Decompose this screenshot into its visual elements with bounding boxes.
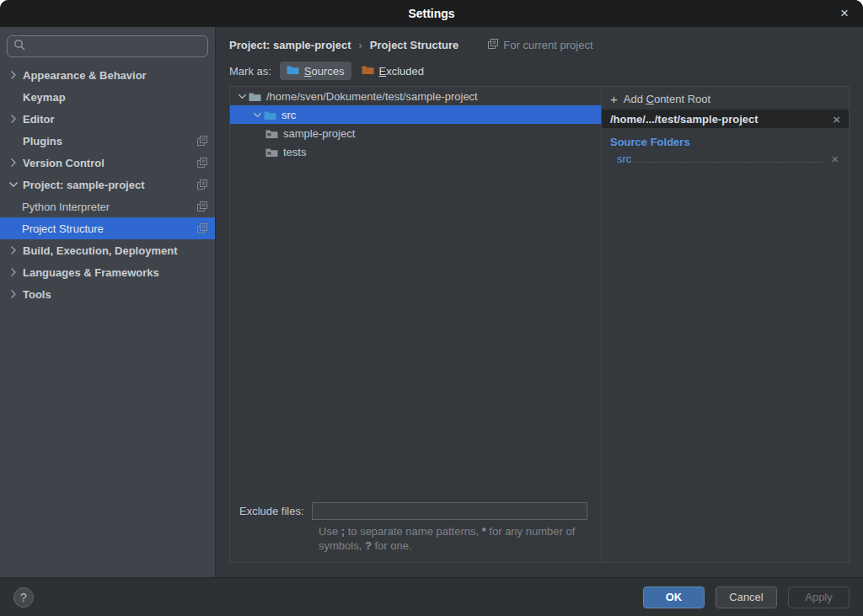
settings-dialog: Settings × Appearance & Behavior Keymap xyxy=(0,0,863,616)
scope-indicator: For current project xyxy=(488,39,592,51)
window-title: Settings xyxy=(408,7,454,20)
chevron-right-icon[interactable] xyxy=(8,70,23,80)
close-icon[interactable]: × xyxy=(833,0,856,27)
per-project-settings-icon xyxy=(197,158,207,168)
mark-excluded-button[interactable]: Excluded xyxy=(355,62,431,80)
dotted-leader xyxy=(633,162,826,163)
tree-row-content-root[interactable]: /home/sven/Dokumente/test/sample-project xyxy=(230,87,601,105)
chevron-right-icon[interactable] xyxy=(8,158,23,168)
exclude-files-hint: Use ; to separate name patterns, * for a… xyxy=(319,525,609,554)
per-project-settings-icon xyxy=(197,179,207,190)
mark-as-label: Mark as: xyxy=(229,65,271,78)
mark-sources-button[interactable]: Sources xyxy=(280,62,351,80)
directory-tree: /home/sven/Dokumente/test/sample-project… xyxy=(230,87,601,562)
chevron-right-icon[interactable] xyxy=(8,114,23,124)
chevron-right-icon[interactable] xyxy=(8,245,23,255)
exclude-files-label: Exclude files: xyxy=(239,505,304,517)
titlebar[interactable]: Settings × xyxy=(0,0,863,27)
sidebar-item-plugins[interactable]: Plugins xyxy=(0,130,215,152)
content-root-entry[interactable]: /home/.../test/sample-project × xyxy=(602,110,849,128)
settings-content: Project: sample-project › Project Struct… xyxy=(216,27,863,577)
sidebar-item-python-interpreter[interactable]: Python Interpreter xyxy=(0,196,215,217)
source-folders-heading: Source Folders xyxy=(610,136,849,148)
sidebar-item-project-structure[interactable]: Project Structure xyxy=(0,217,215,239)
sidebar-item-keymap[interactable]: Keymap xyxy=(0,86,215,108)
sidebar-item-languages-frameworks[interactable]: Languages & Frameworks xyxy=(0,261,215,283)
search-field[interactable] xyxy=(7,35,208,57)
structure-panels: /home/sven/Dokumente/test/sample-project… xyxy=(229,86,850,563)
per-project-settings-icon xyxy=(197,136,207,146)
settings-sidebar: Appearance & Behavior Keymap Editor Plug… xyxy=(0,27,216,577)
source-folder-icon xyxy=(287,64,299,78)
per-project-settings-icon xyxy=(197,201,207,212)
sidebar-item-appearance-behavior[interactable]: Appearance & Behavior xyxy=(0,64,215,86)
folder-icon xyxy=(265,128,278,139)
per-project-settings-icon xyxy=(197,223,207,233)
breadcrumb-separator: › xyxy=(359,39,362,51)
excluded-folder-icon xyxy=(362,64,374,78)
remove-content-root-icon[interactable]: × xyxy=(833,113,840,126)
breadcrumb-project: Project: sample-project xyxy=(229,39,351,51)
chevron-down-icon[interactable] xyxy=(235,92,249,101)
breadcrumb: Project: sample-project › Project Struct… xyxy=(216,27,863,55)
page-title: Project Structure xyxy=(370,39,458,51)
exclude-files-section: Exclude files: Use ; to separate name pa… xyxy=(230,502,601,562)
help-button[interactable]: ? xyxy=(13,587,34,608)
content-root-folder-icon xyxy=(249,91,261,102)
chevron-right-icon[interactable] xyxy=(8,267,23,277)
add-content-root-button[interactable]: + Add Content Root xyxy=(602,88,849,110)
mark-as-toolbar: Mark as: Sources Excluded xyxy=(216,57,863,84)
for-current-project-icon xyxy=(488,39,498,51)
chevron-down-icon[interactable] xyxy=(250,110,264,120)
content-roots-panel: + Add Content Root /home/.../test/sample… xyxy=(601,87,849,562)
sidebar-item-build-execution-deployment[interactable]: Build, Execution, Deployment xyxy=(0,239,215,261)
sidebar-item-project-sample-project[interactable]: Project: sample-project xyxy=(0,174,215,196)
source-folder-icon xyxy=(264,110,276,121)
tree-row-sample-project[interactable]: sample-project xyxy=(230,124,601,142)
chevron-right-icon[interactable] xyxy=(8,289,23,299)
folder-icon xyxy=(265,147,278,158)
chevron-down-icon[interactable] xyxy=(8,179,23,190)
plus-icon: + xyxy=(610,93,618,105)
source-folder-entry[interactable]: src × xyxy=(617,153,839,165)
tree-row-src[interactable]: src xyxy=(230,105,601,124)
search-icon xyxy=(13,39,26,55)
ok-button[interactable]: OK xyxy=(643,587,705,608)
settings-nav: Appearance & Behavior Keymap Editor Plug… xyxy=(0,64,215,305)
sidebar-item-editor[interactable]: Editor xyxy=(0,108,215,130)
dialog-footer: ? OK Cancel Apply xyxy=(0,577,863,616)
tree-row-tests[interactable]: tests xyxy=(230,142,601,161)
apply-button[interactable]: Apply xyxy=(788,587,850,608)
remove-source-folder-icon[interactable]: × xyxy=(831,153,839,165)
sidebar-item-tools[interactable]: Tools xyxy=(0,283,215,305)
sidebar-item-version-control[interactable]: Version Control xyxy=(0,152,215,174)
cancel-button[interactable]: Cancel xyxy=(716,587,777,608)
exclude-files-input[interactable] xyxy=(312,502,587,520)
